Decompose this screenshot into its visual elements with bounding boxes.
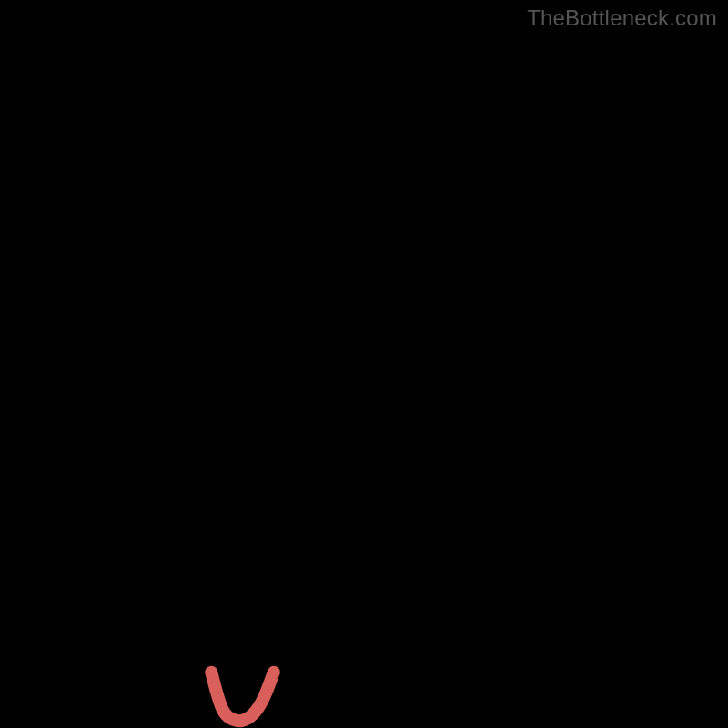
watermark-text: TheBottleneck.com [527,5,717,31]
bottleneck-chart [0,0,728,728]
chart-frame: TheBottleneck.com [0,0,728,728]
frame-border [0,0,35,728]
plot-background [35,31,728,728]
